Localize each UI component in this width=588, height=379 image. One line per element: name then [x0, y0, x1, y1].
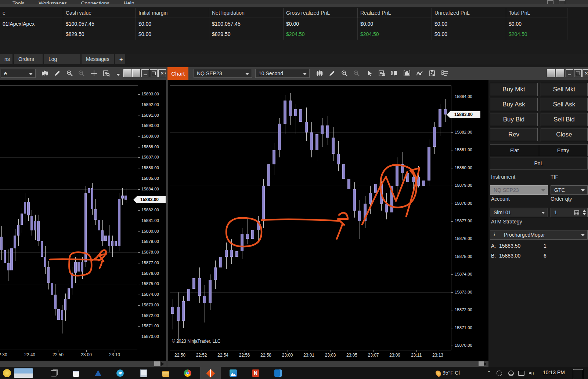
chart-style-button[interactable]: [132, 69, 140, 77]
column-header[interactable]: Realized PnL: [358, 8, 432, 18]
dropdown-caret-icon[interactable]: [114, 70, 123, 79]
task-view-icon[interactable]: [49, 368, 58, 378]
buy-mkt-button[interactable]: Buy Mkt: [490, 83, 538, 96]
close-position-button[interactable]: Close: [541, 128, 588, 141]
report-icon[interactable]: [378, 69, 386, 78]
pnl-display[interactable]: PnL: [490, 157, 587, 169]
ninjatrader-icon[interactable]: [206, 368, 215, 378]
line-path-icon[interactable]: [415, 69, 424, 78]
zoom-out-icon[interactable]: [77, 69, 86, 78]
menu-workspaces[interactable]: Workspaces: [39, 0, 67, 4]
tab-ns[interactable]: ns: [0, 54, 12, 64]
column-header[interactable]: Unrealized PnL: [432, 8, 506, 18]
calculator-icon[interactable]: [574, 210, 579, 215]
scrollbar-thumb[interactable]: [154, 361, 160, 366]
chart-style-button[interactable]: [547, 69, 555, 77]
column-header[interactable]: Gross realized PnL: [284, 8, 358, 18]
zoom-in-icon[interactable]: [340, 69, 349, 78]
blue-app-icon[interactable]: [273, 368, 283, 378]
chart-tab[interactable]: Chart: [167, 67, 188, 80]
right-chart-panel[interactable]: 15884.0015883.0015882.0015881.0015880.00…: [168, 80, 488, 367]
tif-selector[interactable]: GTC: [551, 185, 588, 195]
menu-connections[interactable]: Connections: [81, 0, 109, 4]
n-app-icon[interactable]: N: [251, 368, 260, 378]
chart-style-button[interactable]: [123, 69, 131, 77]
sell-mkt-button[interactable]: Sell Mkt: [541, 83, 588, 96]
tab-messages[interactable]: Messages: [82, 54, 114, 64]
monitor-tray-icon[interactable]: [516, 368, 526, 378]
telegram-icon[interactable]: [115, 368, 125, 378]
account-selector[interactable]: Sim101: [490, 208, 548, 217]
tab-log[interactable]: Log: [44, 54, 80, 64]
left-chart-template-combo[interactable]: e: [1, 69, 36, 78]
tab-orders[interactable]: Orders: [14, 54, 43, 64]
maximize-button[interactable]: [574, 69, 582, 77]
menu-help[interactable]: Help: [124, 0, 134, 4]
pane-chevron-icon[interactable]: ‹: [165, 70, 166, 75]
bar-analysis-icon[interactable]: [403, 69, 411, 78]
column-header[interactable]: Total PnL: [506, 8, 567, 18]
flat-tab[interactable]: Flat: [490, 145, 539, 156]
order-flag-icon[interactable]: [390, 69, 399, 78]
column-header[interactable]: Net liquidation: [209, 8, 284, 18]
column-header[interactable]: Initial margin: [136, 8, 209, 18]
chart-style-button[interactable]: [556, 69, 564, 77]
left-chart-panel[interactable]: 15893.0015892.0015891.0015890.0015889.00…: [0, 80, 166, 367]
scrollbar-arrow-icon[interactable]: [161, 362, 164, 366]
zoom-out-icon[interactable]: [352, 69, 361, 78]
atm-strategy-selector[interactable]: i ProchargedMopar: [490, 230, 588, 240]
column-header[interactable]: e: [0, 8, 63, 18]
minimize-button[interactable]: [566, 69, 573, 77]
weather-temp[interactable]: 95°F Cl: [443, 370, 460, 376]
strategy-clipboard-icon[interactable]: [428, 69, 437, 78]
sell-ask-button[interactable]: Sell Ask: [541, 98, 588, 111]
notepad-icon[interactable]: [139, 368, 148, 378]
scrollbar-arrow-icon[interactable]: [484, 362, 487, 366]
time-tick: [288, 350, 288, 352]
candlestick-chart-icon[interactable]: [315, 69, 324, 78]
folder-icon[interactable]: [161, 368, 170, 378]
sell-bid-button[interactable]: Sell Bid: [541, 113, 588, 126]
maximize-button[interactable]: [150, 69, 158, 77]
vpn-tray-icon[interactable]: [506, 368, 516, 378]
draw-icon[interactable]: [53, 69, 62, 78]
info-icon[interactable]: i: [494, 232, 495, 238]
report-icon[interactable]: [102, 69, 111, 78]
close-button[interactable]: ✕: [582, 69, 588, 77]
instrument-combo[interactable]: NQ SEP23: [194, 69, 252, 78]
taskbar-clock[interactable]: 10:13 PM: [543, 369, 565, 375]
add-tab-button[interactable]: +: [115, 54, 125, 64]
store-icon[interactable]: [71, 368, 81, 378]
entry-tab[interactable]: Entry: [539, 145, 588, 156]
column-header[interactable]: Cash value: [63, 8, 136, 18]
candlestick-chart-icon[interactable]: [40, 69, 49, 78]
rev-button[interactable]: Rev: [490, 128, 538, 141]
minimize-button[interactable]: [141, 69, 149, 77]
chart-plot[interactable]: [170, 85, 451, 350]
scrollbar-thumb[interactable]: [479, 361, 484, 366]
buy-ask-button[interactable]: Buy Ask: [490, 98, 538, 111]
volume-tray-icon[interactable]: ): [527, 368, 536, 378]
caret-up-icon[interactable]: ⌃: [487, 370, 491, 375]
action-center-icon[interactable]: [573, 369, 583, 379]
list-properties-icon[interactable]: [440, 69, 449, 78]
qty-down-spinner[interactable]: [583, 213, 586, 215]
weather-widget[interactable]: [3, 368, 40, 378]
buy-bid-button[interactable]: Buy Bid: [490, 113, 538, 126]
photos-icon[interactable]: [228, 368, 238, 378]
crosshair-icon[interactable]: [90, 69, 98, 78]
cursor-icon[interactable]: [365, 69, 374, 78]
clock-tray-icon[interactable]: [494, 368, 504, 378]
draw-icon[interactable]: [328, 69, 336, 78]
chrome-icon[interactable]: [183, 368, 192, 378]
qty-up-spinner[interactable]: [583, 209, 586, 212]
chart-h-scrollbar[interactable]: [168, 361, 488, 367]
menu-tools[interactable]: Tools: [12, 0, 25, 4]
chart-h-scrollbar[interactable]: [0, 361, 166, 367]
time-axis-label: 23:10: [109, 352, 120, 357]
zoom-in-icon[interactable]: [65, 69, 74, 78]
drive-icon[interactable]: [93, 368, 103, 378]
instrument-selector[interactable]: NQ SEP23: [490, 185, 548, 195]
order-qty-input[interactable]: 1: [551, 208, 588, 217]
interval-combo[interactable]: 10 Second: [255, 69, 310, 78]
